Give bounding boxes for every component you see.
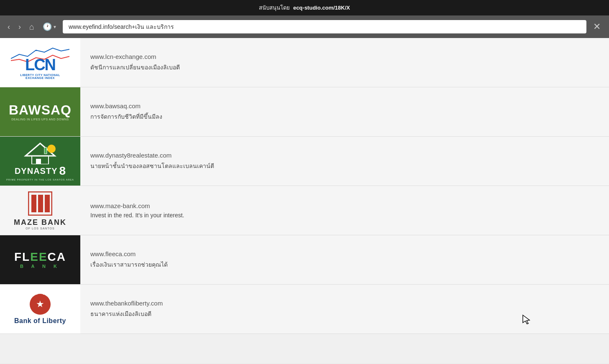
dynasty-word: DYNASTY bbox=[15, 166, 58, 176]
result-dynasty8-url: www.dynasty8realestate.com bbox=[90, 152, 599, 159]
svg-rect-8 bbox=[45, 195, 50, 212]
result-bawsaq[interactable]: BAWSAQ DEALING IN LIFES UPS AND DOWNS ww… bbox=[0, 87, 609, 137]
fleeca-sub-text: B A N K bbox=[20, 264, 60, 269]
logo-dynasty8: DYNASTY 8 PRIME PROPERTY IN THE LOS SANT… bbox=[0, 137, 80, 186]
result-mazebank[interactable]: MAZE BANK OF LOS SANTOS www.maze-bank.co… bbox=[0, 186, 609, 235]
svg-rect-6 bbox=[31, 195, 36, 212]
logo-lcn: LCN LIBERTY CITY NATIONALEXCHANGE INDEX bbox=[0, 38, 80, 87]
back-button[interactable]: ‹ bbox=[5, 21, 13, 33]
result-fleeca-url: www.fleeca.com bbox=[90, 250, 599, 257]
result-lcn[interactable]: LCN LIBERTY CITY NATIONALEXCHANGE INDEX … bbox=[0, 38, 609, 87]
dynasty-brand-wrap: DYNASTY 8 bbox=[15, 164, 66, 178]
result-bawsaq-desc: การจัดการกับชีวิตที่มีขึ้นมีลง bbox=[90, 112, 599, 121]
result-lcn-desc: ดัชนีการแลกเปลี่ยนของเมืองลิเบอตี bbox=[90, 63, 599, 72]
result-mazebank-desc: Invest in the red. It's in your interest… bbox=[90, 212, 599, 219]
svg-rect-7 bbox=[38, 195, 43, 212]
bawsaq-sub-text: DEALING IN LIFES UPS AND DOWNS bbox=[11, 118, 69, 121]
result-fleeca[interactable]: FLEECA B A N K www.fleeca.com เรื่องเงิน… bbox=[0, 235, 609, 285]
bol-brand-text: Bank of Liberty bbox=[14, 317, 66, 325]
result-bawsaq-url: www.bawsaq.com bbox=[90, 102, 599, 109]
maze-brand-text: MAZE BANK bbox=[14, 218, 67, 227]
bol-bag-handle bbox=[36, 290, 44, 295]
result-fleeca-info: www.fleeca.com เรื่องเงินเราสามารถช่วยคุ… bbox=[80, 235, 609, 284]
result-dynasty8-desc: นายหน้าชั้นนำของลอสซานโตลและเบลนเคาน์ตี bbox=[90, 161, 599, 171]
result-dynasty8[interactable]: DYNASTY 8 PRIME PROPERTY IN THE LOS SANT… bbox=[0, 137, 609, 186]
logo-fleeca: FLEECA B A N K bbox=[0, 235, 80, 284]
fleeca-brand-text: FLEECA bbox=[14, 251, 66, 263]
bol-bag-icon: ★ bbox=[30, 294, 51, 315]
result-fleeca-desc: เรื่องเงินเราสามารถช่วยคุณได้ bbox=[90, 260, 599, 269]
lcn-brand-text: LCN bbox=[11, 57, 69, 73]
history-button[interactable]: 🕐 ▼ bbox=[40, 20, 59, 33]
logo-bol: ★ Bank of Liberty bbox=[0, 285, 80, 333]
svg-rect-2 bbox=[36, 159, 41, 164]
top-bar: สนับสนุนโดย ecq-studio.com/18K/X bbox=[0, 0, 609, 15]
result-mazebank-info: www.maze-bank.com Invest in the red. It'… bbox=[80, 186, 609, 235]
svg-point-3 bbox=[47, 145, 56, 153]
svg-rect-4 bbox=[44, 148, 47, 154]
dynasty-8: 8 bbox=[59, 164, 66, 178]
logo-mazebank: MAZE BANK OF LOS SANTOS bbox=[0, 186, 80, 235]
close-button[interactable]: ✕ bbox=[590, 20, 604, 34]
forward-button[interactable]: › bbox=[16, 21, 23, 33]
result-bol-desc: ธนาคารแห่งเมืองลิเบอตี bbox=[90, 309, 599, 318]
result-lcn-info: www.lcn-exchange.com ดัชนีการแลกเปลี่ยนข… bbox=[80, 38, 609, 87]
logo-bawsaq: BAWSAQ DEALING IN LIFES UPS AND DOWNS bbox=[0, 87, 80, 136]
maze-icon-svg bbox=[28, 191, 52, 216]
result-bawsaq-info: www.bawsaq.com การจัดการกับชีวิตที่มีขึ้… bbox=[80, 87, 609, 136]
maze-sub-text: OF LOS SANTOS bbox=[26, 227, 54, 230]
history-dropdown-icon: ▼ bbox=[53, 25, 57, 29]
bol-star-icon: ★ bbox=[36, 299, 44, 310]
topbar-url: ecq-studio.com/18K/X bbox=[293, 5, 350, 11]
address-bar[interactable] bbox=[63, 20, 586, 33]
history-icon: 🕐 bbox=[43, 22, 52, 31]
result-bol-info: www.thebankofliberty.com ธนาคารแห่งเมือง… bbox=[80, 285, 609, 333]
results-container: LCN LIBERTY CITY NATIONALEXCHANGE INDEX … bbox=[0, 38, 609, 364]
result-dynasty8-info: www.dynasty8realestate.com นายหน้าชั้นนำ… bbox=[80, 137, 609, 186]
result-bol[interactable]: ★ Bank of Liberty www.thebankofliberty.c… bbox=[0, 285, 609, 334]
bawsaq-brand-text: BAWSAQ bbox=[9, 103, 72, 117]
browser-chrome: ‹ › ⌂ 🕐 ▼ ✕ bbox=[0, 15, 609, 38]
home-button[interactable]: ⌂ bbox=[27, 20, 37, 33]
topbar-prefix: สนับสนุนโดย bbox=[259, 5, 290, 11]
result-lcn-url: www.lcn-exchange.com bbox=[90, 53, 599, 60]
fleeca-ee: EE bbox=[30, 250, 47, 263]
dynasty-sub-text: PRIME PROPERTY IN THE LOS SANTOS AREA bbox=[6, 178, 74, 181]
dynasty-house-svg bbox=[21, 141, 59, 164]
result-mazebank-url: www.maze-bank.com bbox=[90, 202, 599, 209]
result-bol-url: www.thebankofliberty.com bbox=[90, 300, 599, 307]
lcn-sub-text: LIBERTY CITY NATIONALEXCHANGE INDEX bbox=[11, 74, 69, 79]
